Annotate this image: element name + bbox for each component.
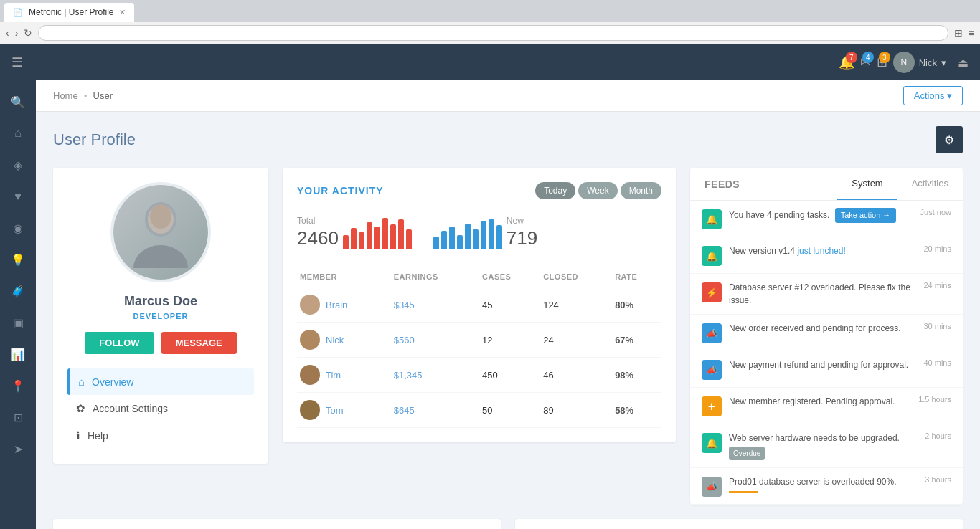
col-cases: CASES [479,267,540,287]
notifications-bell[interactable]: 🔔 7 [839,54,854,70]
tasks-icon-wrapper[interactable]: ⊞ 3 [877,54,887,70]
sidebar-item-send[interactable]: ➤ [4,434,32,463]
take-action-button[interactable]: Take action → [835,208,897,223]
user-menu[interactable]: N Nick ▾ [893,52,946,73]
feed-icon-5: 📣 [702,360,722,380]
new-info: New 719 [507,216,537,249]
tab-title: Metronic | User Profile [29,7,113,17]
member-thumb [300,330,320,350]
profile-card: Marcus Doe DEVELOPER FOLLOW MESSAGE ⌂ Ov… [53,168,268,464]
bar [465,224,471,249]
period-today[interactable]: Today [535,182,575,199]
sidebar-item-chart[interactable]: ◉ [4,214,32,242]
feed-text-2: New version v1.4 just lunched! [729,246,846,256]
member-earnings: $1,345 [391,358,479,393]
nav-back-button[interactable]: ‹ [6,27,9,39]
follow-button[interactable]: FOLLOW [85,332,154,354]
period-week[interactable]: Week [578,182,617,199]
feed-text-3: Database server #12 overloaded. Please f… [729,282,910,305]
avatar-svg [132,196,189,268]
feeds-tab-system[interactable]: System [837,168,897,200]
feeds-tabs: System Activities [837,168,963,200]
feed-text-4: New order received and pending for proce… [729,323,900,333]
yellow-line [729,491,758,493]
feed-time-2: 20 mins [918,244,951,253]
app-header: ☰ 🔔 7 ✉ 4 ⊞ 3 N Nick ▾ ⏏ [0,44,980,80]
bar [481,221,486,249]
member-closed: 46 [540,358,612,393]
sidebar-item-box[interactable]: ▣ [4,308,32,337]
sidebar-item-diamond[interactable]: ◈ [4,151,32,179]
feeds-title: FEEDS [690,168,754,200]
sidebar-item-search[interactable]: 🔍 [4,87,32,116]
sidebar-item-briefcase[interactable]: 🧳 [4,277,32,305]
messages-icon-wrapper[interactable]: ✉ 4 [860,54,871,70]
feed-time-1: Just now [915,208,951,216]
nav-reload-button[interactable]: ↻ [24,27,32,39]
member-thumb [300,365,320,385]
feed-content-2: New version v1.4 just lunched! [729,244,910,257]
logout-icon[interactable]: ⏏ [958,56,969,70]
browser-chrome: 📄 Metronic | User Profile ✕ ‹ › ↻ ⊞ ≡ [0,0,980,44]
sidebar-item-bulb[interactable]: 💡 [4,245,32,274]
bar [406,229,412,249]
nav-item-overview[interactable]: ⌂ Overview [67,368,254,395]
sidebar-item-bar[interactable]: 📊 [4,340,32,368]
notifications-count: 7 [846,52,857,63]
avatar-wrapper [67,182,254,282]
actions-button[interactable]: Actions ▾ [903,86,963,105]
member-cell: Tom [297,393,391,428]
message-button[interactable]: MESSAGE [161,332,237,354]
browser-tab[interactable]: 📄 Metronic | User Profile ✕ [4,3,134,22]
member-thumb [300,295,320,315]
profile-actions: FOLLOW MESSAGE [67,332,254,354]
address-bar[interactable] [38,25,948,41]
nav-item-help[interactable]: ℹ Help [67,422,254,449]
sidebar-item-home[interactable]: ⌂ [4,119,32,148]
total-bars [343,214,412,249]
breadcrumb-current: User [93,90,113,101]
table-row: Tom $645 50 89 58% [297,393,661,428]
page-header: User Profile ⚙ [53,126,963,153]
activity-card: YOUR ACTIVITY Today Week Month Total 246… [283,168,676,442]
help-icon: ℹ [76,429,80,442]
feed-item-1: 🔔 You have 4 pending tasks. Take action … [690,201,963,237]
feed-item-3: ⚡ Database server #12 overloaded. Please… [690,274,963,315]
bar [390,224,396,249]
nav-label-account-settings: Account Settings [93,403,168,414]
nav-menu-icon: ≡ [969,27,974,39]
sidebar-item-pin[interactable]: 📍 [4,371,32,400]
user-name: Nick [919,57,937,68]
bar [367,222,372,249]
member-rate: 80% [612,287,661,323]
breadcrumb-home[interactable]: Home [53,90,78,101]
bar [374,227,380,249]
sidebar-item-layers[interactable]: ⊡ [4,403,32,432]
feed-icon-2: 🔔 [702,246,722,266]
member-earnings: $645 [391,393,479,428]
customer-support-card: CUSTOMER SUPPORT 45 pending 🔍 [53,519,501,529]
table-row: Tim $1,345 450 46 98% [297,358,661,393]
table-row: Brain $345 45 124 80% [297,287,661,323]
messages-count: 4 [862,52,874,63]
feed-text-7: Web server hardware needs to be upgraded… [729,433,900,458]
member-cases: 450 [479,358,540,393]
header-right: 🔔 7 ✉ 4 ⊞ 3 N Nick ▾ ⏏ [839,52,969,73]
sidebar-item-heart[interactable]: ♥ [4,182,32,211]
nav-forward-button[interactable]: › [15,27,19,39]
breadcrumb-bar: Home ● User Actions ▾ [36,80,980,112]
feeds-tab-activities[interactable]: Activities [897,168,963,200]
bar [382,218,388,249]
hamburger-icon[interactable]: ☰ [11,54,23,70]
feed-time-4: 30 mins [918,322,951,330]
bar [496,225,502,249]
feed-item-8: 📣 Prod01 database server is overloaded 9… [690,468,963,505]
member-closed: 24 [540,323,612,358]
bar [343,235,349,249]
period-month[interactable]: Month [621,182,661,199]
avatar-image [113,185,208,280]
tab-close-button[interactable]: ✕ [119,8,126,17]
activity-header: YOUR ACTIVITY Today Week Month [297,182,661,199]
nav-item-account-settings[interactable]: ✿ Account Settings [67,395,254,422]
gear-button[interactable]: ⚙ [936,126,963,153]
